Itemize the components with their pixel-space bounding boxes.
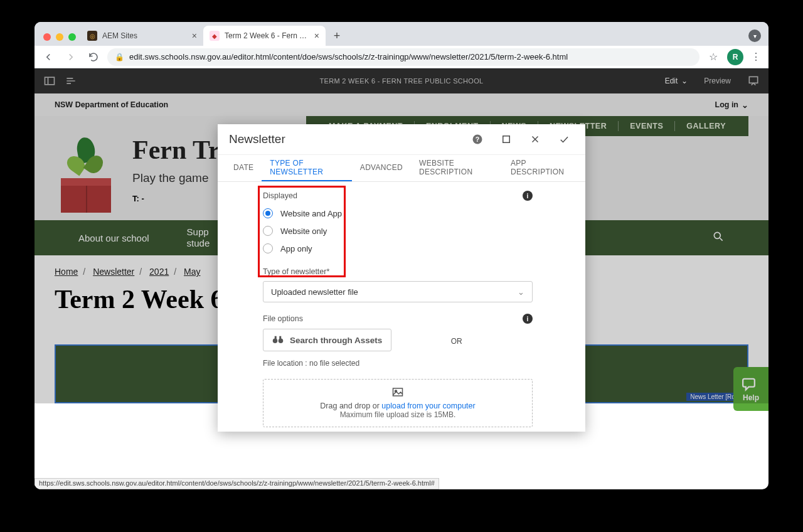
minimize-window-icon[interactable] — [56, 33, 63, 41]
image-icon — [392, 387, 403, 397]
lock-icon: 🔒 — [115, 53, 124, 61]
newsletter-dialog: Newsletter ? DATE TYPE OF NEWSLETTER ADV… — [218, 124, 585, 432]
search-icon[interactable] — [712, 230, 725, 245]
window-controls — [41, 33, 81, 46]
dialog-title: Newsletter — [229, 132, 459, 146]
tab-website-description[interactable]: WEBSITE DESCRIPTION — [411, 155, 503, 181]
main-nav-item[interactable]: Supp stude — [187, 226, 210, 249]
department-band: NSW Department of Education Log in⌄ — [35, 93, 768, 116]
aem-page-title: TERM 2 WEEK 6 - FERN TREE PUBLIC SCHOOL — [35, 77, 768, 85]
profile-dropdown-icon[interactable]: ▾ — [748, 29, 761, 42]
side-panel-icon[interactable] — [43, 75, 56, 87]
info-icon[interactable]: i — [523, 191, 533, 201]
aem-editor-bar: TERM 2 WEEK 6 - FERN TREE PUBLIC SCHOOL … — [35, 68, 768, 93]
browser-menu-button[interactable]: ⋮ — [748, 51, 763, 63]
browser-tab-aem-sites[interactable]: ◎ AEM Sites × — [81, 26, 203, 46]
mode-switcher[interactable]: Edit⌄ — [665, 77, 688, 85]
done-icon[interactable] — [554, 129, 574, 149]
favicon-icon: ◆ — [210, 31, 220, 41]
radio-app-only[interactable]: App only — [263, 243, 540, 253]
forward-button[interactable] — [62, 48, 80, 66]
utility-nav-item[interactable]: EVENTS — [619, 122, 674, 130]
new-tab-button[interactable]: + — [328, 27, 346, 45]
close-tab-icon[interactable]: × — [314, 31, 319, 41]
browser-tabstrip: ◎ AEM Sites × ◆ Term 2 Week 6 - Fern Tre… — [35, 22, 768, 46]
svg-rect-16 — [279, 336, 281, 339]
preview-button[interactable]: Preview — [704, 77, 731, 85]
tab-app-description[interactable]: APP DESCRIPTION — [503, 155, 578, 181]
page-info-icon[interactable] — [65, 75, 77, 87]
svg-rect-15 — [275, 336, 277, 339]
profile-avatar[interactable]: R — [727, 49, 743, 65]
binoculars-icon — [272, 335, 284, 346]
breadcrumb-item[interactable]: Newsletter — [93, 267, 134, 277]
chevron-down-icon: ⌄ — [518, 287, 524, 297]
tab-title: AEM Sites — [102, 31, 187, 40]
svg-line-7 — [720, 238, 723, 241]
close-icon[interactable] — [525, 129, 545, 149]
department-name: NSW Department of Education — [55, 100, 168, 109]
help-icon[interactable]: ? — [467, 129, 487, 149]
info-icon[interactable]: i — [523, 314, 533, 324]
radio-icon — [263, 226, 273, 236]
file-location: File location : no file selected — [263, 359, 540, 368]
address-bar[interactable]: 🔒 edit.sws.schools.nsw.gov.au/editor.htm… — [107, 48, 699, 66]
url-text: edit.sws.schools.nsw.gov.au/editor.html/… — [129, 52, 568, 61]
annotate-icon[interactable] — [747, 75, 760, 87]
upload-link[interactable]: upload from your computer — [381, 402, 475, 410]
fullscreen-icon[interactable] — [496, 129, 516, 149]
breadcrumb-item[interactable]: 2021 — [149, 267, 169, 277]
favicon-icon: ◎ — [87, 31, 97, 41]
svg-point-6 — [714, 232, 720, 238]
search-assets-button[interactable]: Search through Assets — [263, 329, 391, 351]
radio-icon — [263, 208, 273, 218]
file-dropzone[interactable]: Drag and drop or upload from your comput… — [263, 379, 533, 427]
close-tab-icon[interactable]: × — [192, 31, 197, 41]
back-button[interactable] — [40, 48, 57, 66]
radio-icon — [263, 243, 273, 253]
file-options-label: File options — [263, 314, 303, 323]
login-link[interactable]: Log in⌄ — [715, 100, 749, 110]
svg-rect-5 — [749, 77, 757, 83]
tab-advanced[interactable]: ADVANCED — [352, 155, 411, 181]
status-bar: https://edit.sws.schools.nsw.gov.au/edit… — [35, 478, 439, 489]
main-nav-item[interactable]: About our school — [78, 233, 149, 243]
tab-title: Term 2 Week 6 - Fern Tree Pub — [225, 31, 309, 40]
svg-rect-0 — [45, 77, 55, 85]
help-button[interactable]: Help — [733, 367, 768, 411]
displayed-radio-group: Website and App Website only App only — [263, 208, 540, 253]
school-motto: Play the game — [132, 171, 220, 185]
tab-date[interactable]: DATE — [225, 155, 262, 181]
svg-text:?: ? — [476, 136, 479, 143]
svg-point-13 — [273, 338, 278, 343]
type-label: Type of newsletter* — [263, 267, 329, 276]
svg-point-14 — [279, 338, 284, 343]
radio-website-and-app[interactable]: Website and App — [263, 208, 540, 218]
school-name: Fern Tr — [132, 135, 220, 165]
svg-rect-10 — [503, 136, 510, 143]
bookmark-button[interactable]: ☆ — [705, 48, 722, 66]
displayed-label: Displayed — [263, 191, 297, 200]
dialog-tabs: DATE TYPE OF NEWSLETTER ADVANCED WEBSITE… — [218, 154, 585, 182]
browser-toolbar: 🔒 edit.sws.schools.nsw.gov.au/editor.htm… — [35, 46, 768, 68]
chevron-down-icon: ⌄ — [742, 100, 748, 110]
upload-max-note: Maximum file upload size is 15MB. — [271, 410, 524, 419]
radio-website-only[interactable]: Website only — [263, 226, 540, 236]
reload-button[interactable] — [85, 48, 102, 66]
tab-type-of-newsletter[interactable]: TYPE OF NEWSLETTER — [262, 155, 352, 181]
type-of-newsletter-select[interactable]: Uploaded newsletter file ⌄ — [263, 281, 533, 302]
school-tel: T: - — [132, 194, 220, 203]
or-separator: OR — [451, 337, 462, 346]
browser-tab-newsletter[interactable]: ◆ Term 2 Week 6 - Fern Tree Pub × — [203, 26, 326, 46]
utility-nav-item[interactable]: GALLERY — [675, 122, 737, 130]
breadcrumb-item[interactable]: Home — [55, 267, 78, 277]
close-window-icon[interactable] — [43, 33, 51, 41]
school-logo — [55, 131, 117, 213]
zoom-window-icon[interactable] — [68, 33, 76, 41]
chevron-down-icon: ⌄ — [681, 77, 688, 85]
breadcrumb-item[interactable]: May — [184, 267, 200, 277]
